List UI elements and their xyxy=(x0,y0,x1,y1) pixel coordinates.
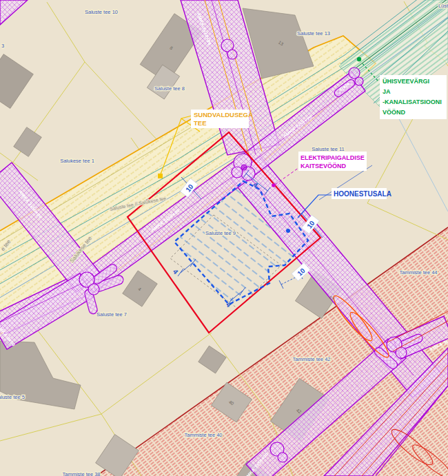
callout-sundvaldus-line1: SUNDVALDUSEGA xyxy=(194,111,253,118)
callout-hoonestusala: HOONESTUSALA xyxy=(332,188,391,199)
parcel-label-salukese-1: Salukese tee 1 xyxy=(60,158,94,164)
callout-elektri-line2: KAITSEVÖÖND xyxy=(301,163,347,169)
callout-veevark-line1: ÜHISVEEVÄRGI xyxy=(383,78,429,85)
parcel-label-tammiste-38: Tammiste tee 38 xyxy=(62,471,100,476)
parcel-label-saluste-7: Saluste tee 7 xyxy=(96,311,127,318)
callout-veevark-line4: VÖÖND xyxy=(383,109,406,116)
parcel-label-saluste-8: Saluste tee 8 xyxy=(154,85,185,92)
parcel-label-tammiste-42: Tammiste tee 42 xyxy=(292,356,330,362)
callout-sundvaldus-line2: TEE xyxy=(194,119,206,127)
callout-elektripaigaldise-kaitsevoond: ELEKTRIPAIGALDISE KAITSEVÖÖND xyxy=(298,152,367,171)
parcel-label-lust-clipped: Lüst xyxy=(438,3,448,9)
parcel-label-3-clipped: 3 xyxy=(1,43,4,49)
parcel-label-saluste-5: Saluste tee 5 xyxy=(0,394,25,400)
road-point-marker xyxy=(158,174,163,178)
parcel-label-saluste-13: Saluste tee 13 xyxy=(297,30,330,37)
callout-uhisveevark-kanalisatsioon: ÜHISVEEVÄRGI JA -KANALISATSIOONI VÖÖND xyxy=(380,75,447,119)
callout-hoonestus-line1: HOONESTUSALA xyxy=(334,190,391,198)
callout-sundvaldusega-tee: SUNDVALDUSEGA TEE xyxy=(191,110,253,128)
callout-veevark-line3: -KANALISATSIOONI xyxy=(383,99,442,105)
callout-elektri-line1: ELEKTRIPAIGALDISE xyxy=(301,154,365,161)
parcel-label-saluste-9: Saluste tee 9 xyxy=(205,230,236,236)
parcel-label-tammiste-44: Tammiste tee 44 xyxy=(399,269,437,276)
parcel-label-saluste-10: Saluste tee 10 xyxy=(85,9,118,15)
parcel-label-tammiste-40: Tammiste tee 40 xyxy=(184,432,222,438)
cable-point-marker xyxy=(272,183,276,187)
building-area-marker xyxy=(286,229,290,233)
parcel-label-saluste-11: Saluste tee 11 xyxy=(312,146,344,152)
callout-veevark-line2: JA xyxy=(383,88,391,95)
map-svg: 10 10 10 4 4 4 AMKA 3x70+95 AMKA 3x50+20… xyxy=(0,0,448,476)
water-point-marker xyxy=(357,57,361,61)
plan-map-canvas[interactable]: 10 10 10 4 4 4 AMKA 3x70+95 AMKA 3x50+20… xyxy=(0,0,448,476)
